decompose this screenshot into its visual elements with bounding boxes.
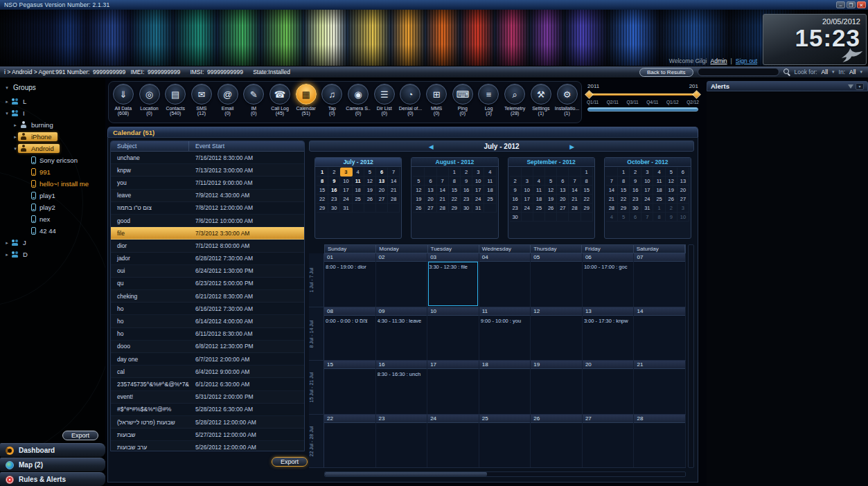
mini-day[interactable]: 26 [666, 195, 677, 204]
mini-day[interactable]: 30 [461, 204, 472, 213]
calendar-event[interactable]: 3:00 - 17:30 : knpw [584, 318, 633, 324]
sidebar-item-nex[interactable]: nex [0, 213, 105, 225]
mini-day[interactable]: 3 [641, 168, 653, 177]
mini-day[interactable]: 14 [388, 177, 400, 186]
sidebar-item-d[interactable]: ▸D [0, 249, 105, 260]
mini-day[interactable]: 23 [630, 195, 641, 204]
mini-day[interactable]: 28 [437, 204, 449, 213]
column-header-subject[interactable]: Subject [111, 141, 189, 151]
calendar-event[interactable]: 8:30 - 16:30 : unch [378, 371, 427, 377]
mini-day[interactable]: 10 [522, 186, 533, 195]
mini-day[interactable]: 19 [413, 195, 425, 204]
close-button[interactable]: ✕ [857, 1, 866, 8]
chevron-right-icon[interactable]: ▸ [4, 252, 10, 258]
timeline-track[interactable] [587, 91, 698, 99]
mini-day[interactable]: 12 [545, 186, 557, 195]
mini-day[interactable]: 28 [569, 204, 581, 213]
in-dropdown[interactable]: All [849, 69, 856, 75]
toolbar-contacts[interactable]: ▤Contacts(540) [162, 84, 188, 116]
mini-day[interactable]: 6 [557, 177, 569, 186]
mini-day[interactable]: 9 [630, 177, 641, 186]
mini-day[interactable]: 16 [328, 186, 340, 195]
sidebar-item-play1[interactable]: play1 [0, 190, 105, 201]
mini-day[interactable]: 6 [630, 213, 641, 222]
mini-day[interactable]: 10 [340, 177, 352, 186]
mini-day[interactable]: 17 [340, 186, 352, 195]
calendar-event[interactable]: 3:30 - 12:30 : file [429, 264, 478, 270]
mini-day[interactable]: 2 [510, 177, 522, 186]
mini-day[interactable]: 13 [677, 177, 689, 186]
chevron-down-icon[interactable]: ▾ [860, 69, 862, 75]
column-header-event-start[interactable]: Event Start [189, 141, 304, 151]
calendar-event[interactable]: 0:00 - 0:00 : צום ט [326, 318, 375, 324]
nav-rules-alerts[interactable]: Rules & Alerts [0, 472, 105, 486]
mini-day[interactable]: 14 [437, 186, 449, 195]
horizontal-scrollbar[interactable] [324, 471, 686, 477]
mini-day[interactable]: 25 [484, 195, 496, 204]
calendar-day-cell[interactable]: 25 [479, 415, 531, 468]
toolbar-telemetry[interactable]: ⌕Telemetry(28) [502, 84, 528, 116]
minimize-button[interactable]: – [836, 1, 845, 8]
mini-day[interactable]: 9 [328, 177, 340, 186]
mini-day[interactable]: 11 [533, 186, 545, 195]
table-row[interactable]: knpw7/13/2012 3:00:00 AM [111, 164, 304, 177]
nav-map-2[interactable]: Map (2) [0, 458, 105, 471]
toolbar-dir-list[interactable]: ☰Dir List(0) [371, 84, 398, 116]
mini-day[interactable]: 31 [472, 204, 484, 213]
calendar-day-cell[interactable]: 26 [531, 415, 583, 468]
signout-link[interactable]: Sign out [736, 57, 757, 64]
mini-day[interactable]: 11 [484, 177, 496, 186]
chevron-down-icon[interactable]: ▾ [4, 111, 10, 116]
mini-day[interactable]: 10 [677, 213, 689, 222]
mini-day[interactable]: 17 [472, 186, 484, 195]
timeline-handle-left[interactable] [585, 90, 594, 99]
mini-day[interactable]: 7 [437, 177, 449, 186]
mini-day[interactable]: 4 [533, 177, 545, 186]
calendar-day-cell[interactable]: 12 [531, 307, 583, 361]
calendar-day-cell[interactable]: 018:00 - 19:00 : dior [324, 253, 376, 307]
alerts-filter-dropdown[interactable]: ▾ [856, 83, 864, 90]
sidebar-item-android[interactable]: ▾Android [0, 143, 105, 154]
mini-day[interactable]: 20 [376, 186, 388, 195]
mini-day[interactable]: 10 [641, 177, 653, 186]
mini-day[interactable]: 4 [653, 168, 665, 177]
mini-day[interactable]: 18 [533, 195, 545, 204]
toolbar-log[interactable]: ≡Log(3) [476, 84, 502, 116]
mini-day[interactable]: 17 [522, 195, 533, 204]
mini-day[interactable]: 5 [545, 177, 557, 186]
mini-day[interactable]: 1 [618, 168, 630, 177]
calendar-day-cell[interactable]: 18 [479, 361, 531, 414]
toolbar-im[interactable]: ✎IM(0) [240, 84, 267, 116]
table-row[interactable]: oui6/24/2012 1:30:00 PM [111, 265, 304, 278]
toolbar-location[interactable]: ◎Location(0) [136, 84, 163, 116]
mini-day[interactable]: 30 [328, 204, 340, 213]
mini-day[interactable]: 3 [472, 168, 484, 177]
search-icon[interactable] [783, 69, 790, 75]
mini-day[interactable]: 28 [606, 204, 618, 213]
calendar-day-cell[interactable]: 27 [583, 415, 635, 468]
mini-day[interactable]: 8 [653, 213, 665, 222]
table-row[interactable]: unchane7/16/2012 8:30:00 AM [111, 152, 304, 164]
mini-day[interactable]: 2 [461, 168, 472, 177]
sidebar-item-991[interactable]: 991 [0, 166, 105, 178]
calendar-day-cell[interactable]: 07 [634, 253, 686, 307]
table-row[interactable]: 235745735^&%#^&@%*7&6/1/2012 6:30:00 AM [111, 378, 304, 390]
mini-day[interactable]: 3 [522, 177, 533, 186]
mini-month-title[interactable]: August - 2012 [411, 158, 497, 167]
table-row[interactable]: day one6/7/2012 2:00:00 AM [111, 353, 304, 366]
mini-day[interactable]: 8 [317, 177, 328, 186]
mini-day[interactable]: 29 [618, 204, 630, 213]
mini-day[interactable]: 19 [666, 186, 677, 195]
mini-day[interactable]: 26 [545, 204, 557, 213]
toolbar-ping[interactable]: ⌨Ping(0) [450, 84, 476, 116]
mini-day[interactable]: 29 [449, 204, 461, 213]
mini-day[interactable]: 7 [641, 213, 653, 222]
mini-day[interactable]: 18 [653, 186, 665, 195]
mini-day[interactable]: 4 [484, 168, 496, 177]
mini-day[interactable]: 29 [581, 204, 593, 213]
calendar-day-cell[interactable]: 19 [531, 361, 583, 414]
calendar-event[interactable]: 4:30 - 11:30 : leave [378, 318, 427, 324]
mini-day[interactable]: 27 [425, 204, 436, 213]
table-row[interactable]: שבועות (פרטו ליישראל)5/28/2012 12:00:00 … [111, 416, 304, 429]
calendar-day-cell[interactable]: 033:30 - 12:30 : file [427, 253, 479, 307]
